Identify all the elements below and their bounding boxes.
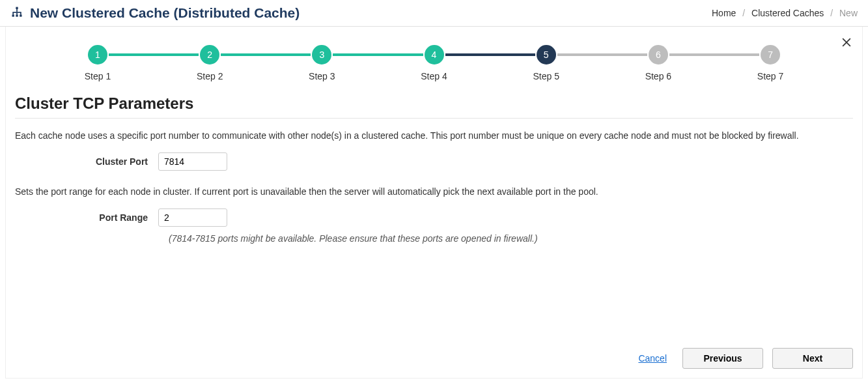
step-connector	[669, 53, 759, 56]
step-label: Step 5	[533, 71, 559, 81]
step-2[interactable]: 2Step 2	[199, 45, 221, 81]
breadcrumb: Home / Clustered Caches / New	[712, 8, 858, 18]
breadcrumb-caches[interactable]: Clustered Caches	[751, 8, 824, 18]
svg-rect-3	[20, 14, 21, 16]
svg-rect-4	[16, 9, 18, 12]
step-label: Step 3	[309, 71, 335, 81]
breadcrumb-home[interactable]: Home	[712, 8, 736, 18]
step-connector	[445, 53, 535, 56]
svg-rect-8	[20, 12, 21, 14]
previous-button[interactable]: Previous	[682, 348, 763, 369]
sitemap-icon	[10, 6, 23, 21]
port-range-input[interactable]	[158, 208, 227, 227]
svg-rect-7	[16, 12, 18, 14]
divider	[15, 118, 853, 119]
step-circle: 1	[88, 45, 107, 64]
step-label: Step 7	[757, 71, 783, 81]
svg-rect-1	[12, 14, 14, 16]
wizard-footer: Cancel Previous Next	[638, 348, 853, 369]
close-button[interactable]	[837, 33, 856, 53]
svg-rect-2	[16, 14, 18, 16]
step-connector	[333, 53, 423, 56]
wizard-container: 1Step 12Step 23Step 34Step 45Step 56Step…	[5, 27, 863, 379]
wizard-stepper: 1Step 12Step 23Step 34Step 45Step 56Step…	[87, 45, 781, 81]
step-label: Step 6	[645, 71, 671, 81]
svg-rect-0	[16, 7, 18, 8]
page-title: New Clustered Cache (Distributed Cache)	[30, 5, 300, 21]
step-circle: 3	[312, 45, 331, 64]
step-label: Step 1	[85, 71, 111, 81]
breadcrumb-current: New	[839, 8, 858, 18]
step-7[interactable]: 7Step 7	[759, 45, 781, 81]
step-connector	[109, 53, 199, 56]
port-range-label: Port Range	[15, 212, 158, 223]
svg-rect-6	[12, 12, 14, 14]
step-label: Step 2	[197, 71, 223, 81]
step-circle: 4	[425, 45, 444, 64]
page-header: New Clustered Cache (Distributed Cache) …	[0, 0, 868, 27]
step-label: Step 4	[421, 71, 447, 81]
cluster-port-description: Each cache node uses a specific port num…	[15, 130, 853, 141]
step-6[interactable]: 6Step 6	[647, 45, 669, 81]
port-range-hint: (7814-7815 ports might be available. Ple…	[169, 233, 853, 244]
step-connector	[557, 53, 647, 56]
step-circle: 5	[537, 45, 556, 64]
port-range-description: Sets the port range for each node in clu…	[15, 186, 853, 197]
section-title: Cluster TCP Parameters	[15, 94, 853, 113]
step-4[interactable]: 4Step 4	[423, 45, 445, 81]
cluster-port-input[interactable]	[158, 152, 227, 171]
step-1[interactable]: 1Step 1	[87, 45, 109, 81]
cluster-port-label: Cluster Port	[15, 156, 158, 167]
next-button[interactable]: Next	[772, 348, 853, 369]
step-5[interactable]: 5Step 5	[535, 45, 557, 81]
step-circle: 2	[200, 45, 219, 64]
step-3[interactable]: 3Step 3	[311, 45, 333, 81]
step-circle: 6	[649, 45, 668, 64]
step-connector	[221, 53, 311, 56]
step-circle: 7	[761, 45, 780, 64]
cancel-link[interactable]: Cancel	[638, 353, 667, 364]
